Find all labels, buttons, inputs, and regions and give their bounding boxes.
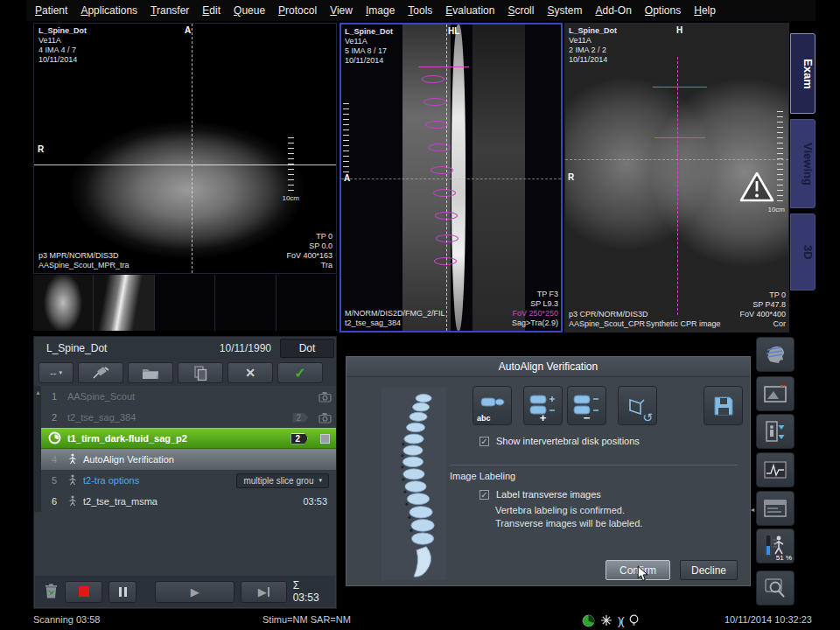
protocol-row-2[interactable]: 2 t2_tse_sag_384 2 [41,407,336,428]
reference-horizontal-line[interactable] [565,159,788,160]
viewport-sagittal[interactable]: L_Spine_DotVe11A5 IMA 8 / 1710/11/2014 H… [340,23,563,332]
confirm-button[interactable]: Confirm [606,560,670,580]
menu-transfer[interactable]: Transfer [150,4,189,17]
scanning-status: Scanning 03:58 [33,614,100,625]
menu-scroll[interactable]: Scroll [508,4,534,17]
vertebra-icon [480,396,506,416]
menu-help[interactable]: Help [694,4,716,17]
skip-scan-button[interactable]: ▶ [241,581,287,603]
thumbnail-1[interactable] [33,275,94,331]
cpr-centerline [677,57,678,315]
decline-button[interactable]: Decline [680,560,738,580]
menu-image[interactable]: Image [366,4,395,17]
menu-patient[interactable]: Patient [35,4,67,17]
protocol-row-4-selected[interactable]: 4 AutoAlign Verification [41,449,336,470]
show-disk-positions-row: ✓ Show intervertebral disk positions [480,436,640,446]
combo-label: -- [50,368,56,378]
add-vertebra-button[interactable]: + [523,386,563,425]
camera-icon [313,391,336,402]
viewport-axial-scout[interactable]: L_Spine_DotVe11A4 IMA 4 / 710/11/2014 A … [33,23,337,274]
syringe-icon [92,366,109,380]
protocol-row-3-running[interactable]: t1_tirm_dark-fluid_sag_p2 2 [41,428,336,449]
autoalign-line [653,87,707,88]
thumbnail-4[interactable] [215,275,276,331]
checkbox-checked-icon[interactable]: ✓ [480,437,489,446]
menu-applications[interactable]: Applications [80,4,137,17]
layout-icon [764,500,787,517]
slice-group-dropdown[interactable]: multiple slice grou ▾ [236,473,329,488]
minus-icon: − [584,412,591,424]
menu-tools[interactable]: Tools [408,4,432,17]
step-number: 5 [41,475,67,486]
disk-overlay [425,121,448,129]
undo-flip-button[interactable]: ↺ [618,386,657,425]
viewport-coronal-cpr[interactable]: L_Spine_DotVe11A2 IMA 2 / 210/11/2014 H … [564,23,789,332]
status-message-2: Transverse images will be labeled. [495,518,642,528]
copy-reference-button[interactable] [178,362,223,383]
stop-scan-button[interactable] [65,581,102,603]
dot-engine-button[interactable]: Dot [280,339,334,358]
start-scan-button[interactable]: ▶ [155,581,234,603]
step-name: AASpine_Scout [67,391,313,402]
orientation-marker-top: H [676,25,682,35]
apply-confirm-button[interactable]: ✓ [277,362,323,383]
search-document-button[interactable] [756,570,794,606]
thumbnail-2[interactable] [94,275,154,331]
thumbnail-3[interactable] [155,275,215,331]
checkbox-checked-icon[interactable]: ✓ [480,490,489,500]
menu-options[interactable]: Options [645,4,681,17]
image-text-bottomleft: p3 CPR/NORM/DIS3DAASpine_Scout_CPR [569,310,648,329]
protocol-row-5[interactable]: 5 t2-tra options multiple slice grou ▾ [41,470,336,491]
cancel-measurement-button[interactable]: ✕ [228,362,273,383]
protocol-row-1[interactable]: 1 AASpine_Scout [41,386,336,407]
reference-horizontal-line[interactable] [341,178,561,179]
sar-level-button[interactable]: 51 % [756,528,794,564]
document-copy-icon [193,366,207,381]
exam-header: L_Spine_Dot 10/11/1990 Dot [34,337,336,360]
table-position-button[interactable] [756,414,794,449]
physio-signal-button[interactable] [756,452,794,487]
tab-3d[interactable]: 3D [790,214,816,290]
menu-protocol[interactable]: Protocol [278,4,317,17]
checkbox-label: Show intervertebral disk positions [496,436,640,446]
open-patient-browser-button[interactable] [128,362,173,383]
image-text-topleft: L_Spine_DotVe11A2 IMA 2 / 210/11/2014 [569,26,617,65]
list-scrollbar[interactable]: ▲ [34,386,41,512]
menu-system[interactable]: System [547,4,582,17]
tab-viewing[interactable]: Viewing [790,119,816,208]
menu-edit[interactable]: Edit [202,4,220,17]
orientation-marker-top: HL [448,26,459,36]
image-text-topleft: L_Spine_DotVe11A5 IMA 8 / 1710/11/2014 [345,27,393,66]
layout-panel-button[interactable]: ◂ [756,491,794,526]
section-divider [450,465,738,466]
protocol-step-list: ▲ 1 AASpine_Scout 2 t2_tse_sag_384 2 [34,386,336,512]
head-coil-status-button[interactable] [756,337,794,372]
abc-label: abc [477,414,491,423]
pause-scan-button[interactable] [108,581,136,603]
crosshair-vertical-line[interactable] [192,24,192,273]
protocol-row-6[interactable]: 6 t2_tse_tra_msma 03:53 [41,491,336,512]
save-button[interactable] [704,386,743,425]
trash-icon[interactable] [44,583,59,600]
pause-checkbox[interactable] [313,434,336,444]
menu-addon[interactable]: Add-On [595,4,631,17]
contrast-injection-button[interactable] [78,362,123,383]
worklist-combo-button[interactable]: -- ▾ [38,362,74,383]
edit-vertebra-label-button[interactable]: abc [472,386,512,425]
menu-view[interactable]: View [330,4,353,17]
menu-bar: Patient Applications Transfer Edit Queue… [26,0,816,21]
reference-vertical-line[interactable] [446,24,447,331]
checkbox-label: Label transverse images [496,489,601,500]
menu-evaluation[interactable]: Evaluation [445,4,494,17]
check-icon: ✓ [294,365,305,382]
remove-vertebra-button[interactable]: − [567,386,606,425]
disk-overlay [424,98,446,106]
disk-overlay [422,75,444,83]
pending-person-icon [67,495,83,508]
tab-exam[interactable]: Exam [790,33,816,114]
image-display-button[interactable] [756,376,794,411]
menu-queue[interactable]: Queue [234,4,265,17]
fov-highlight: FoV 250*250 [512,309,558,318]
thumbnail-5[interactable] [276,275,337,331]
warning-triangle-icon [738,171,775,204]
